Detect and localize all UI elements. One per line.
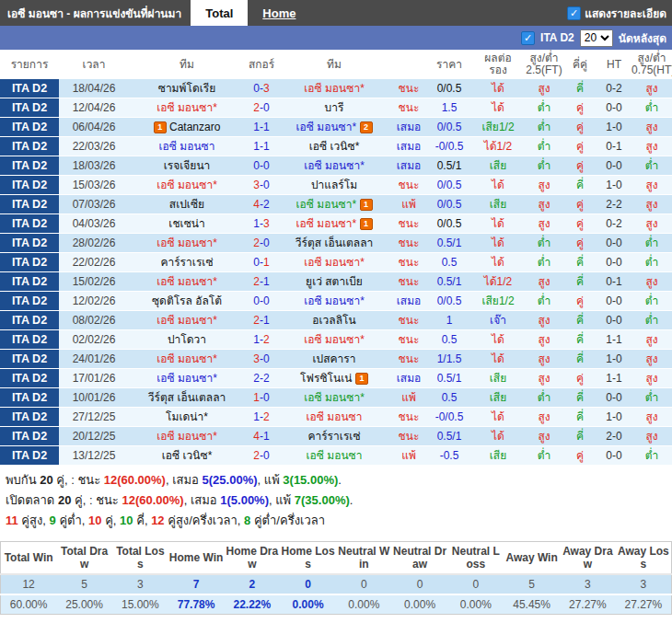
summary-section: พบกัน 20 คู่, : ชนะ 12(60.00%), เสมอ 5(2…	[0, 466, 672, 539]
ou-ft-text: ต่ำ	[538, 159, 551, 172]
ou-ht-cell: สูง	[631, 408, 672, 427]
ou-ht-text: ต่ำ	[645, 314, 659, 327]
league-badge: ITA D2	[0, 156, 59, 176]
odd-even-cell: คี่	[563, 427, 597, 446]
away-team: เอซี มอนซา*	[278, 330, 390, 350]
ou-ft-cell: ต่ำ	[525, 446, 563, 466]
show-details-checkbox[interactable]: ✓	[567, 6, 581, 20]
odd-even-cell: คี่	[563, 330, 597, 350]
stats-count-cell: 3	[560, 574, 616, 594]
handicap-result-cell: ได้	[471, 427, 525, 446]
home-goals: 1	[253, 333, 260, 346]
score: 0-1	[245, 253, 278, 272]
odd-even-text: คู่	[576, 140, 584, 153]
tab-home[interactable]: Home	[248, 0, 310, 26]
ou-ft-cell: สูง	[525, 427, 563, 446]
stats-percent-cell: 0.00%	[392, 594, 448, 615]
home-goals: 1	[253, 121, 260, 133]
summary-segment: คู่ต่ำ,	[56, 513, 88, 527]
ou-ht-text: ต่ำ	[645, 159, 659, 172]
odd-even-text: คู่	[576, 217, 584, 230]
home-goals: 3	[253, 179, 260, 191]
summary-segment: , แพ้	[269, 493, 295, 507]
ou-ft-cell: ต่ำ	[525, 234, 563, 253]
ou-ft-cell: สูง	[525, 330, 563, 350]
stats-percent-cell: 27.27%	[560, 594, 616, 615]
ou-ft-cell: ต่ำ	[525, 156, 563, 176]
handicap-result-text: เสีย	[490, 198, 506, 211]
away-team: เอซี มอนซา*	[278, 253, 390, 272]
red-card-icon: 2	[360, 121, 373, 133]
match-date: 10/01/26	[59, 388, 129, 408]
stats-percent-cell: 27.27%	[616, 594, 672, 615]
result-text: ชนะ	[399, 352, 420, 365]
stats-count-cell: 0	[336, 574, 392, 594]
odd-even-cell: คู่	[563, 292, 597, 311]
col-header-date: เวลา	[59, 50, 129, 79]
odd-even-text: คู่	[576, 372, 584, 385]
odd-even-text: คี่	[576, 333, 584, 346]
ou-ft-text: สูง	[538, 352, 550, 365]
handicap-result-text: ได้	[492, 237, 504, 249]
handicap-result-cell: ได้	[471, 214, 525, 234]
stats-col-header: Home Draw	[225, 542, 281, 575]
red-card-icon: 1	[360, 218, 373, 230]
away-team: ปาแลร์โม	[278, 176, 390, 195]
result-cell: เสมอ	[390, 292, 427, 311]
score: 1-0	[245, 388, 278, 408]
price-cell: 0/0.5	[427, 176, 471, 195]
ou-ft-cell: ต่ำ	[525, 137, 563, 156]
price-text: -0/0.5	[435, 140, 464, 153]
result-text: ชนะ	[399, 237, 420, 249]
home-goals: 3	[253, 352, 260, 365]
stats-count-cell: 0	[392, 574, 448, 594]
price-cell: 0.5	[427, 330, 471, 350]
summary-segment: , เสมอ	[166, 473, 203, 487]
result-text: แพ้	[401, 449, 416, 462]
match-count-select[interactable]: 20	[580, 29, 613, 47]
match-row: ITA D228/02/26เอซี มอนซา*2-0วีร์ตุส เอ็น…	[0, 234, 672, 253]
summary-segment: 20	[40, 473, 52, 487]
away-goals: 2	[263, 198, 270, 211]
stats-col-header: Home Loss	[280, 542, 336, 575]
ou-ht-cell: สูง	[631, 369, 672, 388]
home-team-name: เอซี เวนิซ*	[162, 449, 213, 462]
handicap-result-text: ได้	[492, 430, 504, 443]
red-card-icon: 1	[360, 199, 373, 211]
match-row: ITA D220/12/25เอซี มอนซา*4-1คาร์ราเรเซ่ช…	[0, 427, 672, 446]
league-badge: ITA D2	[0, 369, 59, 388]
home-team-name: เอซี มอนซา*	[156, 101, 217, 114]
price-text: 1.5	[442, 101, 458, 114]
ou-ht-text: สูง	[645, 179, 657, 191]
ou-ht-text: สูง	[645, 430, 657, 443]
result-cell: ชนะ	[390, 79, 427, 98]
ou-ht-text: สูง	[645, 82, 657, 95]
league-badge: ITA D2	[0, 446, 59, 466]
home-goals: 4	[253, 198, 260, 211]
result-cell: ชนะ	[390, 330, 427, 350]
ou-ht-cell: ต่ำ	[631, 446, 672, 466]
home-goals: 0	[253, 159, 260, 172]
home-team-name: สเปเซีย	[169, 198, 204, 211]
result-text: แพ้	[401, 198, 416, 211]
odd-even-cell: คู่	[563, 446, 597, 466]
league-filter-checkbox[interactable]: ✓	[521, 31, 535, 45]
summary-segment: 12(60.00%)	[122, 493, 183, 507]
away-goals: 0	[263, 391, 270, 404]
stats-header-row: Total WinTotal DrawTotal LossHome WinHom…	[1, 542, 672, 575]
tab-total[interactable]: Total	[191, 0, 248, 26]
ou-ft-cell: ต่ำ	[525, 388, 563, 408]
result-cell: ชนะ	[390, 350, 427, 369]
score: 1-1	[245, 137, 278, 156]
league-badge: ITA D2	[0, 330, 59, 350]
stats-col-header: Home Win	[168, 542, 225, 575]
handicap-result-cell: เสีย	[471, 156, 525, 176]
stats-percent-cell: 0.00%	[448, 594, 504, 615]
stats-count-cell: 5	[56, 574, 112, 594]
stats-col-header: Neutral Loss	[448, 542, 504, 575]
stats-percent-cell: 25.00%	[56, 594, 112, 615]
ou-ht-cell: ต่ำ	[631, 292, 672, 311]
odd-even-text: คี่	[576, 179, 584, 191]
ou-ft-text: ต่ำ	[538, 294, 551, 307]
away-goals: 2	[263, 410, 270, 423]
